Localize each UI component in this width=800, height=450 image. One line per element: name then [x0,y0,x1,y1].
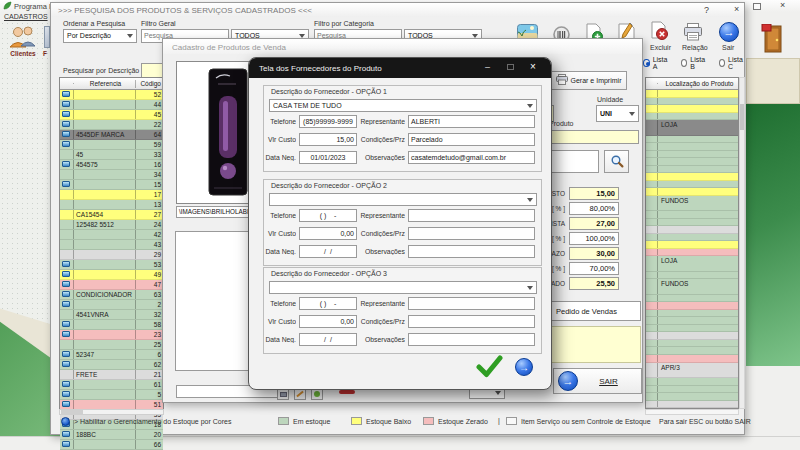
location-row[interactable] [646,272,738,280]
confirm-button[interactable] [475,355,503,379]
observacoes-field-3[interactable] [408,333,535,346]
location-row[interactable] [646,113,738,121]
mini-delete-dash-icon[interactable] [339,390,355,394]
location-table-hscrollbar[interactable] [645,409,739,415]
header-codigo[interactable]: Código [136,80,163,88]
table-row[interactable]: 49 [60,270,163,280]
table-row[interactable]: 15 [60,180,163,190]
location-row[interactable] [646,295,738,303]
table-row[interactable]: 125482 551224 [60,220,163,230]
pesquisa-sair-button[interactable] [719,22,739,42]
price-value-field[interactable]: 80,00% [569,202,619,215]
dialog-close-button[interactable]: × [530,61,536,72]
location-row[interactable] [646,325,738,333]
table-row[interactable]: 66 [60,440,163,450]
location-row[interactable]: FUNDOS [646,279,738,295]
table-row[interactable]: 13 [60,200,163,210]
vlr-custo-field-1[interactable]: 15,00 [299,133,357,146]
excluir-button[interactable] [651,21,668,42]
pedido-vendas-box[interactable]: Pedido de Vendas [549,301,641,321]
location-row[interactable] [646,234,738,242]
representante-field-3[interactable] [408,297,535,310]
table-row[interactable]: 45 [60,110,163,120]
menu-cadastros[interactable]: CADASTROS [4,13,48,20]
location-row[interactable] [646,340,738,348]
table-row[interactable]: 53 [60,260,163,270]
vlr-custo-field-3[interactable]: 0,00 [299,315,357,328]
location-row[interactable]: LOJA [646,120,738,136]
location-row[interactable] [646,188,738,196]
telefone-field-2[interactable]: ( ) - [299,209,357,222]
telefone-field-1[interactable]: (85)99999-9999 [299,115,357,128]
condicoes-field-3[interactable] [408,315,535,328]
pesquisa-help-button[interactable]: ? [704,6,709,15]
location-row[interactable] [646,249,738,257]
location-row[interactable] [646,143,738,151]
table-row[interactable]: 23 [60,330,163,340]
product-photo[interactable] [208,68,248,197]
radio-lista-b[interactable]: Lista B [681,58,707,68]
location-row[interactable] [646,105,738,113]
location-row[interactable]: FUNDOS [646,196,738,212]
main-close-button[interactable]: × [780,1,785,10]
condicoes-field-2[interactable] [408,227,535,240]
observacoes-field-2[interactable] [408,245,535,258]
buscar-produto-button[interactable] [604,150,629,173]
telefone-field-3[interactable]: ( ) - [299,297,357,310]
main-maximize-button[interactable] [753,3,761,10]
table-row[interactable]: 52 [60,90,163,100]
dialog-sair-button[interactable] [515,358,533,376]
vlr-custo-field-2[interactable]: 0,00 [299,227,357,240]
table-row[interactable]: 188BC20 [60,430,163,440]
data-neg-field-2[interactable]: / / [299,245,357,258]
product-table-hscrollbar[interactable] [59,409,164,415]
location-row[interactable] [646,378,738,386]
header-localizacao[interactable]: Localização do Produto [658,80,738,88]
location-row[interactable] [646,158,738,166]
quantidade-box[interactable] [549,326,641,363]
table-row[interactable]: 43 [60,240,163,250]
location-row[interactable] [646,310,738,318]
location-row[interactable] [646,226,738,234]
price-value-field[interactable]: 30,00 [569,247,619,260]
exit-door-button[interactable] [758,23,788,55]
location-row[interactable] [646,90,738,98]
table-row[interactable]: 44 [60,100,163,110]
location-row[interactable] [646,347,738,355]
dialog-minimize-button[interactable]: – [485,62,490,72]
location-row[interactable] [646,355,738,363]
table-row[interactable]: 4533 [60,150,163,160]
table-row[interactable]: FRETE21 [60,370,163,380]
table-row[interactable]: 4541VNRA32 [60,310,163,320]
fornecedor-select-3[interactable] [269,281,537,294]
location-row[interactable]: APR/3 [646,363,738,379]
representante-field-1[interactable]: ALBERTI [408,115,535,128]
table-row[interactable]: 25 [60,340,163,350]
location-row[interactable] [646,98,738,106]
table-row[interactable]: CA1545427 [60,210,163,220]
price-value-field[interactable]: 100,00% [569,232,619,245]
unidade-select[interactable]: UNI [596,105,639,122]
observacoes-field-1[interactable]: casatemdetudo@gmail.com.br [408,151,535,164]
table-row[interactable]: 42 [60,230,163,240]
clientes-button[interactable] [5,24,41,50]
price-value-field[interactable]: 70,00% [569,262,619,275]
location-row[interactable] [646,151,738,159]
fornecedor-select-2[interactable] [269,193,537,206]
location-row[interactable] [646,211,738,219]
table-row[interactable]: 17 [60,190,163,200]
price-value-field[interactable]: 27,00 [569,217,619,230]
location-row[interactable] [646,317,738,325]
radio-lista-c[interactable]: Lista C [719,58,745,68]
table-row[interactable]: 58 [60,320,163,330]
table-row[interactable]: 29 [60,250,163,260]
table-row[interactable]: 22 [60,120,163,130]
table-row[interactable]: 45457516 [60,160,163,170]
location-row[interactable] [646,241,738,249]
location-row[interactable] [646,302,738,310]
location-row[interactable] [646,393,738,401]
table-row[interactable]: 4545DF MARCA64 [60,130,163,140]
data-neg-field-3[interactable]: / / [299,333,357,346]
location-row[interactable] [646,181,738,189]
table-row[interactable]: 62 [60,360,163,370]
